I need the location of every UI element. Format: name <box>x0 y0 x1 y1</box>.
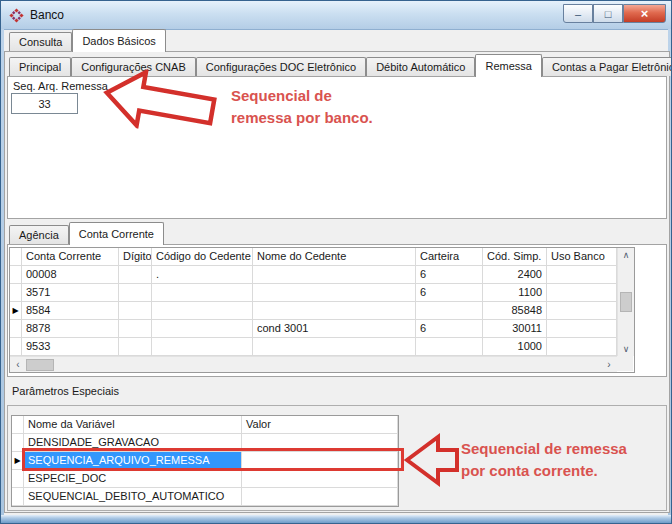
cell-codigo-cedente[interactable] <box>152 284 253 301</box>
column-header-uso-banco[interactable]: Uso Banco <box>547 248 617 265</box>
cell-nome-cedente[interactable] <box>253 302 416 319</box>
scrollbar-corner <box>617 356 633 371</box>
cell-carteira[interactable]: 6 <box>416 320 483 337</box>
main-tabset: Consulta Dados Básicos <box>9 30 166 51</box>
row-indicator-cell <box>10 266 22 283</box>
table-row-current: ▶ 8584 85848 <box>10 302 634 320</box>
tab-debito-automatico-label: Débito Automático <box>376 61 465 73</box>
table-row: 00008 . 6 2400 <box>10 266 634 284</box>
restore-button[interactable]: □ <box>593 4 623 23</box>
table-row: SEQUENCIAL_DEBITO_AUTOMATICO <box>12 488 398 506</box>
cell-nome-cedente[interactable]: cond 3001 <box>253 320 416 337</box>
tab-consulta-label: Consulta <box>19 36 62 48</box>
window-titlebar[interactable]: Banco – □ × <box>1 1 672 30</box>
vertical-scrollbar[interactable]: ∧ ∨ <box>617 248 634 356</box>
cell-nome-variavel[interactable]: ESPECIE_DOC <box>24 470 242 487</box>
cell-cod-simp[interactable]: 2400 <box>483 266 547 283</box>
horizontal-scrollbar[interactable]: ‹ › <box>10 356 617 372</box>
window-frame-bottom <box>1 515 672 523</box>
cell-codigo-cedente[interactable] <box>152 338 253 355</box>
cell-nome-variavel[interactable]: SEQUENCIAL_DEBITO_AUTOMATICO <box>24 488 242 505</box>
annotation-remessa-banco: Sequencial de remessa por banco. <box>231 85 373 129</box>
horizontal-scrollbar-thumb[interactable] <box>26 359 54 371</box>
column-header-nome-cedente[interactable]: Nome do Cedente <box>253 248 416 265</box>
cell-conta-corrente[interactable]: 8584 <box>22 302 119 319</box>
tab-configuracoes-doc-eletronico[interactable]: Configurações DOC Eletrônico <box>196 57 366 76</box>
table-row: 3571 6 1100 <box>10 284 634 302</box>
cell-conta-corrente[interactable]: 9533 <box>22 338 119 355</box>
tab-conta-corrente[interactable]: Conta Corrente <box>69 222 164 245</box>
cell-valor[interactable] <box>242 470 398 487</box>
cell-uso-banco[interactable] <box>547 302 617 319</box>
cell-valor[interactable] <box>242 488 398 505</box>
tab-contas-a-pagar-eletronico[interactable]: Contas a Pagar Eletrônico <box>542 57 672 76</box>
red-arrow-left-icon <box>404 432 460 488</box>
tab-dados-basicos[interactable]: Dados Básicos <box>72 29 165 52</box>
column-header-codigo-cedente[interactable]: Código do Cedente <box>152 248 253 265</box>
detail-tabset: Agência Conta Corrente <box>9 222 164 244</box>
cell-digito[interactable] <box>119 284 152 301</box>
tab-remessa-label: Remessa <box>485 60 531 72</box>
cell-nome-cedente[interactable] <box>253 338 416 355</box>
annotation-line: Sequencial de <box>231 85 373 107</box>
cell-conta-corrente[interactable]: 00008 <box>22 266 119 283</box>
cell-carteira[interactable] <box>416 338 483 355</box>
row-indicator-cell <box>12 470 24 487</box>
cell-codigo-cedente[interactable] <box>152 320 253 337</box>
cell-carteira[interactable]: 6 <box>416 284 483 301</box>
cell-codigo-cedente[interactable]: . <box>152 266 253 283</box>
banco-window: Banco – □ × Consulta Dados Básicos Princ… <box>0 0 672 524</box>
cell-digito[interactable] <box>119 338 152 355</box>
tab-principal[interactable]: Principal <box>9 57 71 76</box>
cell-carteira[interactable]: 6 <box>416 266 483 283</box>
indicator-column-header <box>12 416 24 433</box>
cell-digito[interactable] <box>119 266 152 283</box>
annotation-line: Sequencial de remessa <box>461 438 627 460</box>
cell-nome-cedente[interactable] <box>253 266 416 283</box>
row-indicator-cell <box>12 488 24 505</box>
scroll-left-icon[interactable]: ‹ <box>10 357 26 372</box>
tab-debito-automatico[interactable]: Débito Automático <box>366 57 475 76</box>
table-row: ESPECIE_DOC <box>12 470 398 488</box>
cell-conta-corrente[interactable]: 3571 <box>22 284 119 301</box>
tab-consulta[interactable]: Consulta <box>9 32 72 51</box>
window-title: Banco <box>30 8 64 22</box>
tab-principal-label: Principal <box>19 61 61 73</box>
cell-uso-banco[interactable] <box>547 338 617 355</box>
column-header-cod-simp[interactable]: Cód. Simp. <box>483 248 547 265</box>
cell-uso-banco[interactable] <box>547 266 617 283</box>
annotation-line: por conta corrente. <box>461 460 627 482</box>
cell-uso-banco[interactable] <box>547 320 617 337</box>
row-indicator-cell <box>10 284 22 301</box>
vertical-scrollbar-thumb[interactable] <box>620 292 632 312</box>
cell-digito[interactable] <box>119 302 152 319</box>
parametros-especiais-label: Parâmetros Especiais <box>12 385 119 397</box>
column-header-digito[interactable]: Dígito <box>119 248 152 265</box>
scroll-right-icon[interactable]: › <box>601 357 617 372</box>
column-header-nome-variavel[interactable]: Nome da Variável <box>24 416 242 433</box>
cell-conta-corrente[interactable]: 8878 <box>22 320 119 337</box>
minimize-button[interactable]: – <box>563 4 593 23</box>
cell-nome-cedente[interactable] <box>253 284 416 301</box>
close-button[interactable]: × <box>623 4 666 23</box>
cell-cod-simp[interactable]: 1100 <box>483 284 547 301</box>
column-header-valor[interactable]: Valor <box>242 416 398 433</box>
tab-agencia[interactable]: Agência <box>9 225 69 244</box>
cell-cod-simp[interactable]: 1000 <box>483 338 547 355</box>
cell-carteira[interactable] <box>416 302 483 319</box>
cell-cod-simp[interactable]: 85848 <box>483 302 547 319</box>
seq-arq-remessa-input[interactable]: 33 <box>11 93 78 114</box>
column-header-carteira[interactable]: Carteira <box>416 248 483 265</box>
tab-remessa[interactable]: Remessa <box>475 54 541 77</box>
cell-cod-simp[interactable]: 30011 <box>483 320 547 337</box>
app-icon <box>9 8 24 23</box>
cell-uso-banco[interactable] <box>547 284 617 301</box>
scroll-down-icon[interactable]: ∨ <box>618 342 634 356</box>
scroll-up-icon[interactable]: ∧ <box>618 248 634 262</box>
column-header-conta-corrente[interactable]: Conta Corrente <box>22 248 119 265</box>
table-row: 9533 1000 <box>10 338 634 356</box>
row-indicator-cell <box>10 338 22 355</box>
cell-codigo-cedente[interactable] <box>152 302 253 319</box>
red-highlight-rectangle <box>22 448 404 471</box>
cell-digito[interactable] <box>119 320 152 337</box>
